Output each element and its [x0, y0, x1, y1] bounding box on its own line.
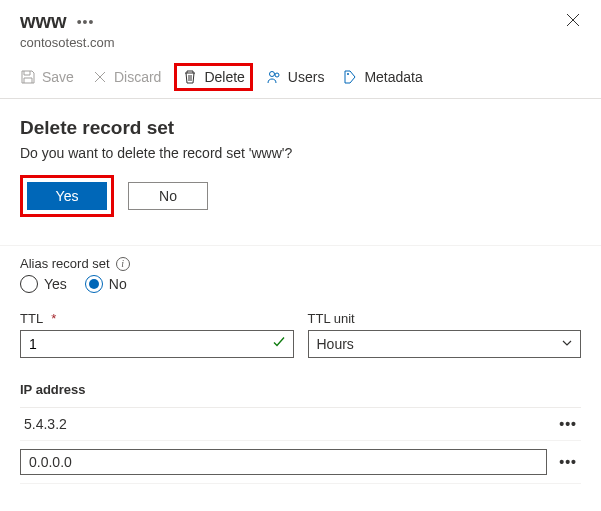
- discard-button: Discard: [92, 69, 161, 85]
- metadata-icon: [342, 69, 358, 85]
- users-label: Users: [288, 69, 325, 85]
- ttl-unit-value: Hours: [317, 336, 354, 352]
- ip-new-input[interactable]: [20, 449, 547, 475]
- ip-value: 5.4.3.2: [20, 416, 547, 432]
- ip-new-more-button[interactable]: •••: [555, 454, 581, 470]
- radio-icon: [20, 275, 38, 293]
- delete-label: Delete: [204, 69, 244, 85]
- save-icon: [20, 69, 36, 85]
- discard-label: Discard: [114, 69, 161, 85]
- discard-icon: [92, 69, 108, 85]
- dialog-prompt: Do you want to delete the record set 'ww…: [0, 145, 601, 175]
- close-button[interactable]: [565, 12, 581, 31]
- users-button[interactable]: Users: [266, 69, 325, 85]
- alias-yes-label: Yes: [44, 276, 67, 292]
- yes-button[interactable]: Yes: [27, 182, 107, 210]
- radio-icon-selected: [85, 275, 103, 293]
- ttl-label-text: TTL: [20, 311, 43, 326]
- toolbar: Save Discard Delete Users Metadata: [0, 56, 601, 99]
- alias-radio-group: Yes No: [20, 275, 581, 293]
- ip-new-row: •••: [20, 441, 581, 484]
- alias-no-label: No: [109, 276, 127, 292]
- ip-row-more-button[interactable]: •••: [555, 416, 581, 432]
- yes-button-highlight: Yes: [20, 175, 114, 217]
- metadata-button[interactable]: Metadata: [342, 69, 422, 85]
- alias-yes-radio[interactable]: Yes: [20, 275, 67, 293]
- required-star: *: [51, 311, 56, 326]
- svg-point-2: [347, 73, 349, 75]
- trash-icon: [182, 69, 198, 85]
- ip-row: 5.4.3.2 •••: [20, 408, 581, 441]
- checkmark-icon: [272, 336, 286, 353]
- close-icon: [565, 12, 581, 28]
- dialog-title: Delete record set: [0, 99, 601, 145]
- page-title: www: [20, 10, 67, 33]
- chevron-down-icon: [561, 336, 573, 352]
- save-button: Save: [20, 69, 74, 85]
- ip-address-header: IP address: [20, 382, 581, 408]
- more-icon[interactable]: •••: [77, 14, 95, 30]
- delete-button[interactable]: Delete: [174, 63, 252, 91]
- no-button[interactable]: No: [128, 182, 208, 210]
- alias-label-text: Alias record set: [20, 256, 110, 271]
- alias-label: Alias record set i: [20, 256, 581, 271]
- save-label: Save: [42, 69, 74, 85]
- ttl-unit-label: TTL unit: [308, 311, 582, 326]
- users-icon: [266, 69, 282, 85]
- ttl-label: TTL*: [20, 311, 294, 326]
- svg-point-0: [269, 72, 274, 77]
- ttl-input[interactable]: [20, 330, 294, 358]
- metadata-label: Metadata: [364, 69, 422, 85]
- info-icon[interactable]: i: [116, 257, 130, 271]
- page-subtitle: contosotest.com: [20, 35, 581, 50]
- ttl-unit-select[interactable]: Hours: [308, 330, 582, 358]
- alias-no-radio[interactable]: No: [85, 275, 127, 293]
- svg-point-1: [275, 73, 279, 77]
